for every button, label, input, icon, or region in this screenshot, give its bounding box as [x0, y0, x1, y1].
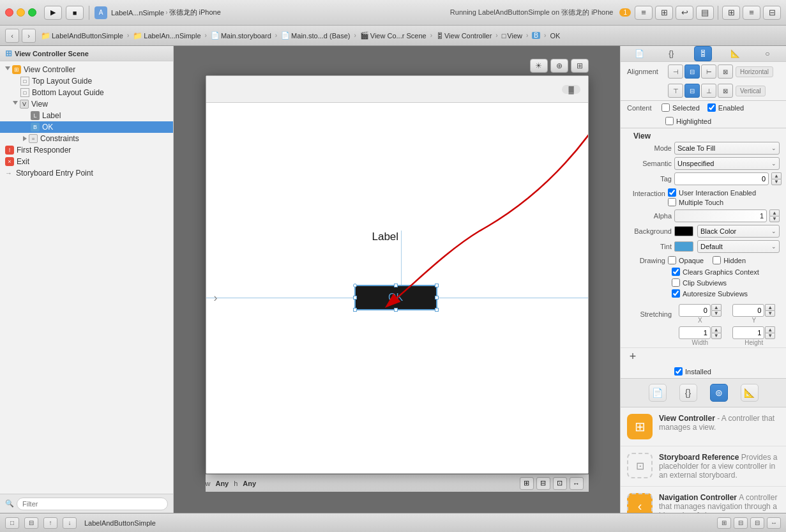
minimize-button[interactable] — [17, 8, 25, 17]
status-icon-7[interactable]: ⊟ — [750, 517, 764, 529]
sidebar-toggle-btn[interactable]: ≡ — [635, 6, 653, 20]
tree-item-top-layout[interactable]: □ Top Layout Guide — [0, 75, 173, 87]
tag-input[interactable] — [674, 172, 769, 185]
nav-forward-btn[interactable]: › — [22, 29, 36, 43]
stretch-h-up[interactable]: ▲ — [765, 326, 775, 333]
crumb-project[interactable]: 📁 LabelAndButtonSimple — [38, 30, 126, 42]
background-select[interactable]: Black Color ⌄ — [697, 225, 780, 238]
file-inspector-icon[interactable]: 📄 — [649, 384, 667, 402]
align-v-bottom[interactable]: ⊥ — [701, 84, 716, 98]
editor-btn[interactable]: ⊞ — [655, 6, 673, 20]
enabled-checkbox[interactable] — [707, 103, 716, 112]
selected-checkbox[interactable] — [661, 103, 670, 112]
stretch-y-down[interactable]: ▼ — [765, 310, 775, 317]
stretch-y-input[interactable] — [732, 304, 764, 317]
canvas-zoom-btn-3[interactable]: ⊡ — [553, 477, 567, 490]
autoresize-checkbox[interactable] — [672, 289, 680, 298]
navigator-btn[interactable]: ⊞ — [722, 6, 740, 20]
crumb-ok[interactable]: OK — [547, 31, 563, 41]
highlighted-checkbox[interactable] — [665, 117, 674, 125]
clears-checkbox[interactable] — [672, 268, 680, 276]
tree-item-storyboard-entry[interactable]: → Storyboard Entry Point — [0, 167, 173, 179]
filter-input[interactable] — [17, 498, 168, 510]
tree-item-view[interactable]: V View — [0, 98, 173, 110]
tint-select[interactable]: Default ⌄ — [697, 240, 780, 253]
tint-swatch[interactable] — [674, 241, 693, 252]
play-button[interactable]: ▶ — [44, 6, 62, 20]
tree-item-bottom-layout[interactable]: □ Bottom Layout Guide — [0, 87, 173, 98]
status-icon-6[interactable]: ⊟ — [734, 517, 748, 529]
canvas-zoom-btn-2[interactable]: ⊟ — [536, 477, 550, 490]
align-h-fill[interactable]: ⊠ — [718, 65, 733, 79]
assistant-btn[interactable]: ↩ — [676, 6, 693, 20]
rt-size-btn[interactable]: 📐 — [727, 46, 744, 61]
canvas-zoom-btn-1[interactable]: ⊞ — [520, 477, 534, 490]
stretch-w-down[interactable]: ▼ — [711, 333, 722, 339]
canvas-icon-3[interactable]: ⊞ — [571, 59, 589, 73]
tag-up[interactable]: ▲ — [771, 172, 782, 179]
align-v-center[interactable]: ⊟ — [684, 84, 700, 98]
stop-button[interactable]: ■ — [66, 6, 84, 20]
tree-item-vc[interactable]: ⊞ View Controller — [0, 64, 173, 75]
mode-select[interactable]: Scale To Fill ⌄ — [674, 142, 780, 155]
rt-attrs-btn[interactable]: 🎛 — [694, 46, 712, 61]
canvas-icon-1[interactable]: ☀ — [530, 59, 548, 73]
user-interaction-checkbox[interactable] — [668, 188, 676, 197]
breadcrumb-device[interactable]: 张德龙的 iPhone — [169, 8, 221, 17]
align-v-top[interactable]: ⊤ — [668, 84, 683, 98]
crumb-storyboard[interactable]: 📄 Main.storyboard — [208, 30, 274, 41]
align-h-center[interactable]: ⊟ — [684, 65, 700, 79]
status-icon-2[interactable]: ⊟ — [24, 517, 38, 529]
rt-quick-btn[interactable]: {} — [662, 46, 680, 61]
close-button[interactable] — [5, 8, 13, 17]
multiple-touch-checkbox[interactable] — [668, 198, 676, 206]
tree-item-ok[interactable]: B OK — [0, 121, 173, 133]
label-element[interactable]: Label — [372, 231, 399, 243]
background-swatch[interactable] — [674, 226, 693, 236]
tree-item-constraints[interactable]: = Constraints — [0, 133, 173, 144]
crumb-base[interactable]: 📄 Main.sto...d (Base) — [278, 30, 352, 41]
status-icon-1[interactable]: □ — [5, 517, 19, 529]
quick-help-icon[interactable]: {} — [679, 384, 697, 402]
crumb-scene[interactable]: 🎬 View Co...r Scene — [358, 30, 429, 41]
stretch-y-up[interactable]: ▲ — [765, 304, 775, 310]
stretch-w-input[interactable] — [679, 326, 711, 339]
alpha-down[interactable]: ▼ — [769, 216, 780, 222]
clip-checkbox[interactable] — [672, 278, 680, 287]
alpha-up[interactable]: ▲ — [769, 209, 780, 216]
stretch-x-down[interactable]: ▼ — [711, 310, 722, 317]
align-h-right[interactable]: ⊢ — [701, 65, 716, 79]
status-icon-3[interactable]: ↑ — [43, 517, 57, 529]
tree-item-exit[interactable]: × Exit — [0, 156, 173, 167]
status-icon-4[interactable]: ↓ — [63, 517, 77, 529]
ok-button-element[interactable]: OK — [354, 285, 437, 310]
semantic-select[interactable]: Unspecified ⌄ — [674, 157, 780, 170]
fullscreen-button[interactable] — [28, 8, 36, 17]
status-icon-8[interactable]: ↔ — [767, 517, 781, 529]
tag-down[interactable]: ▼ — [771, 179, 782, 185]
size-h-value[interactable]: Any — [243, 480, 256, 487]
rt-connections-btn[interactable]: ○ — [759, 46, 776, 61]
stretch-x-input[interactable] — [679, 304, 711, 317]
breadcrumb-app[interactable]: LabelA...nSimple — [111, 9, 164, 17]
nav-back-btn[interactable]: ‹ — [5, 29, 19, 43]
size-inspector-icon[interactable]: 📐 — [741, 384, 759, 402]
stretch-w-up[interactable]: ▲ — [711, 326, 722, 333]
stretch-h-down[interactable]: ▼ — [765, 333, 775, 339]
debug-btn[interactable]: ≡ — [743, 6, 760, 20]
tree-item-label[interactable]: L Label — [0, 110, 173, 121]
stretch-x-up[interactable]: ▲ — [711, 304, 722, 310]
rt-file-btn[interactable]: 📄 — [630, 46, 648, 61]
align-v-fill[interactable]: ⊠ — [718, 84, 733, 98]
size-w-value[interactable]: Any — [215, 480, 229, 487]
utilities-btn[interactable]: ⊟ — [763, 6, 781, 20]
stretch-h-input[interactable] — [732, 326, 764, 339]
installed-checkbox[interactable] — [674, 367, 683, 376]
crumb-group[interactable]: 📁 LabelAn...nSimple — [130, 30, 203, 42]
canvas-zoom-btn-4[interactable]: ↔ — [570, 477, 584, 490]
canvas-icon-2[interactable]: ⊕ — [550, 59, 568, 73]
crumb-vc[interactable]: 🎛 View Controller — [434, 31, 494, 41]
standard-btn[interactable]: ▤ — [696, 6, 714, 20]
align-h-left[interactable]: ⊣ — [668, 65, 683, 79]
hidden-checkbox[interactable] — [713, 256, 721, 264]
